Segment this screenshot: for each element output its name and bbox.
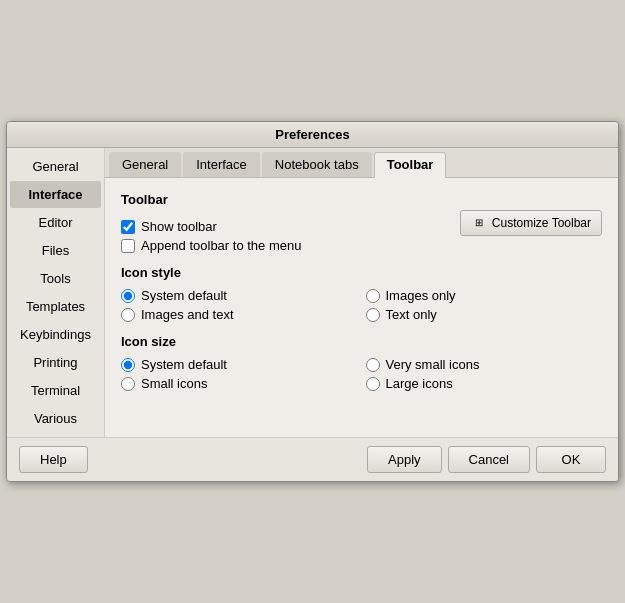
dialog-titlebar: Preferences (7, 122, 618, 148)
append-toolbar-label[interactable]: Append toolbar to the menu (121, 238, 301, 253)
icon-style-images-only-radio[interactable] (366, 289, 380, 303)
icon-style-system-default-label[interactable]: System default (121, 288, 358, 303)
customize-toolbar-button[interactable]: ⊞ Customize Toolbar (460, 210, 602, 236)
sidebar-item-editor[interactable]: Editor (10, 209, 101, 236)
sidebar-item-general[interactable]: General (10, 153, 101, 180)
main-content: General Interface Notebook tabs Toolbar … (105, 148, 618, 437)
sidebar-item-various[interactable]: Various (10, 405, 101, 432)
sidebar-item-printing[interactable]: Printing (10, 349, 101, 376)
tab-notebook-tabs[interactable]: Notebook tabs (262, 152, 372, 177)
icon-size-options: System default Very small icons Small ic… (121, 357, 602, 391)
icon-size-header: Icon size (121, 334, 602, 349)
icon-size-system-default-radio[interactable] (121, 358, 135, 372)
toolbar-section-header-row: Toolbar Show toolbar Append toolbar to t… (121, 192, 602, 253)
ok-button[interactable]: OK (536, 446, 606, 473)
show-toolbar-checkbox[interactable] (121, 220, 135, 234)
content-panel: Toolbar Show toolbar Append toolbar to t… (105, 178, 618, 437)
tab-bar: General Interface Notebook tabs Toolbar (105, 148, 618, 178)
sidebar-item-files[interactable]: Files (10, 237, 101, 264)
tab-interface[interactable]: Interface (183, 152, 260, 177)
customize-toolbar-icon: ⊞ (471, 215, 487, 231)
sidebar: General Interface Editor Files Tools Tem… (7, 148, 105, 437)
sidebar-item-tools[interactable]: Tools (10, 265, 101, 292)
dialog-footer: Help Apply Cancel OK (7, 437, 618, 481)
cancel-button[interactable]: Cancel (448, 446, 530, 473)
sidebar-item-keybindings[interactable]: Keybindings (10, 321, 101, 348)
icon-style-text-only-radio[interactable] (366, 308, 380, 322)
icon-size-section: Icon size System default Very small icon… (121, 334, 602, 391)
icon-size-small-radio[interactable] (121, 377, 135, 391)
apply-button[interactable]: Apply (367, 446, 442, 473)
icon-style-images-and-text-label[interactable]: Images and text (121, 307, 358, 322)
icon-size-very-small-radio[interactable] (366, 358, 380, 372)
icon-style-header: Icon style (121, 265, 602, 280)
icon-size-system-default-label[interactable]: System default (121, 357, 358, 372)
icon-style-text-only-label[interactable]: Text only (366, 307, 603, 322)
dialog-title: Preferences (275, 127, 349, 142)
tab-general[interactable]: General (109, 152, 181, 177)
toolbar-options: Toolbar Show toolbar Append toolbar to t… (121, 192, 301, 253)
show-toolbar-label[interactable]: Show toolbar (121, 219, 301, 234)
icon-size-large-label[interactable]: Large icons (366, 376, 603, 391)
sidebar-item-terminal[interactable]: Terminal (10, 377, 101, 404)
icon-style-options: System default Images only Images and te… (121, 288, 602, 322)
footer-right-buttons: Apply Cancel OK (367, 446, 606, 473)
help-button[interactable]: Help (19, 446, 88, 473)
toolbar-section-header: Toolbar (121, 192, 301, 207)
icon-style-section: Icon style System default Images only (121, 265, 602, 322)
icon-style-system-default-radio[interactable] (121, 289, 135, 303)
icon-style-images-only-label[interactable]: Images only (366, 288, 603, 303)
sidebar-item-interface[interactable]: Interface (10, 181, 101, 208)
tab-toolbar[interactable]: Toolbar (374, 152, 447, 178)
append-toolbar-checkbox[interactable] (121, 239, 135, 253)
icon-size-small-label[interactable]: Small icons (121, 376, 358, 391)
icon-size-very-small-label[interactable]: Very small icons (366, 357, 603, 372)
sidebar-item-templates[interactable]: Templates (10, 293, 101, 320)
preferences-dialog: Preferences General Interface Editor Fil… (6, 121, 619, 482)
icon-size-large-radio[interactable] (366, 377, 380, 391)
icon-style-images-and-text-radio[interactable] (121, 308, 135, 322)
